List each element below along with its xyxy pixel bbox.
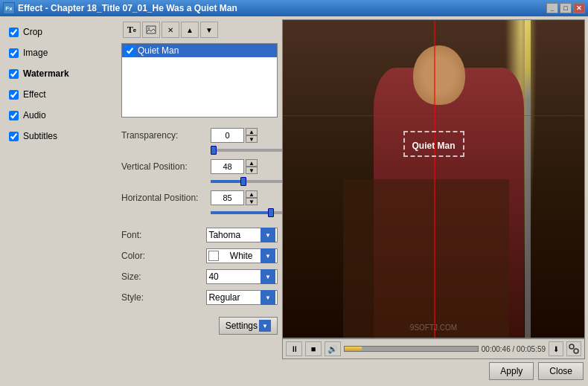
horizontal-thumb[interactable] [268, 208, 274, 217]
video-panel: Quiet Man 9SOFTJ.COM ⏸ ■ 🔊 00:00:46 / 0 [282, 19, 585, 383]
font-value: Tahoma [208, 230, 240, 240]
watermark-overlay: Quiet Man [403, 131, 464, 157]
style-value: Regular [208, 292, 240, 303]
horizontal-slider[interactable] [211, 211, 285, 214]
size-dropdown-arrow[interactable]: ▼ [261, 269, 275, 284]
size-value: 40 [208, 271, 218, 282]
fullscreen-button[interactable] [566, 341, 581, 356]
horizontal-position-field[interactable] [211, 190, 244, 205]
vertical-down[interactable]: ▼ [246, 167, 258, 174]
vertical-slider[interactable] [211, 180, 285, 183]
transparency-down[interactable]: ▼ [246, 135, 258, 143]
size-select[interactable]: 40 ▼ [206, 269, 278, 284]
app-icon: Fx [3, 2, 15, 14]
style-select[interactable]: Regular ▼ [206, 290, 278, 305]
play-pause-button[interactable]: ⏸ [286, 341, 302, 356]
volume-button[interactable]: 🔊 [325, 341, 341, 356]
horizontal-spinner: ▲ ▼ [246, 190, 258, 205]
crop-label: Crop [23, 27, 42, 37]
size-label: Size: [121, 271, 206, 282]
right-panel: Te ✕ ▲ ▼ Quiet Man [121, 19, 585, 383]
image-checkbox[interactable] [9, 48, 19, 58]
color-row: Color: White ▼ [121, 248, 278, 263]
transparency-label: Transparency: [121, 130, 211, 141]
vertical-slider-container [121, 180, 278, 183]
audio-checkbox[interactable] [9, 111, 19, 120]
subtitles-checkbox[interactable] [9, 132, 19, 141]
sidebar-item-effect[interactable]: Effect [3, 85, 118, 104]
text-item-checkbox[interactable] [125, 46, 135, 56]
watermark-toolbar: Te ✕ ▲ ▼ [121, 19, 278, 40]
vertical-position-label: Vertical Position: [121, 161, 211, 172]
maximize-button[interactable]: □ [560, 3, 572, 13]
horizontal-slider-container [121, 211, 278, 214]
transparency-field[interactable] [211, 128, 244, 143]
add-image-button[interactable] [142, 22, 160, 38]
transparency-up[interactable]: ▲ [246, 128, 258, 135]
sidebar-item-watermark[interactable]: Watermark [3, 64, 118, 83]
horizontal-position-label: Horizontal Position: [121, 193, 211, 203]
vertical-position-row: Vertical Position: ▲ ▼ [121, 159, 278, 174]
style-dropdown-arrow[interactable]: ▼ [261, 290, 275, 305]
color-dropdown-arrow[interactable]: ▼ [261, 248, 275, 263]
main-container: Crop Image Watermark Effect Audio Subtit… [0, 16, 588, 386]
chair [343, 179, 509, 338]
effect-checkbox[interactable] [9, 90, 19, 100]
audio-label: Audio [23, 110, 46, 120]
delete-button[interactable]: ✕ [162, 22, 179, 38]
red-horizontal-line [283, 115, 584, 116]
horizontal-up[interactable]: ▲ [246, 190, 258, 198]
crop-checkbox[interactable] [9, 28, 19, 37]
transparency-thumb[interactable] [211, 146, 217, 155]
settings-button[interactable]: Settings ▼ [219, 317, 278, 335]
content-area: Te ✕ ▲ ▼ Quiet Man [121, 19, 585, 383]
watermark-checkbox[interactable] [9, 69, 19, 79]
horizontal-position-input: ▲ ▼ [211, 190, 258, 205]
sidebar-item-subtitles[interactable]: Subtitles [3, 126, 118, 146]
settings-panel: Te ✕ ▲ ▼ Quiet Man [121, 19, 278, 383]
vertical-thumb[interactable] [240, 177, 246, 186]
move-down-button[interactable]: ▼ [200, 22, 218, 38]
vertical-position-input: ▲ ▼ [211, 159, 258, 174]
apply-button[interactable]: Apply [489, 362, 534, 380]
watermark-site-label: 9SOFTJ.COM [410, 324, 457, 332]
settings-btn-label: Settings [226, 321, 258, 331]
sidebar-item-crop[interactable]: Crop [3, 22, 118, 42]
red-vertical-line [434, 20, 435, 338]
sidebar: Crop Image Watermark Effect Audio Subtit… [3, 19, 118, 383]
color-select[interactable]: White ▼ [206, 248, 278, 263]
size-row: Size: 40 ▼ [121, 269, 278, 284]
sidebar-item-audio[interactable]: Audio [3, 106, 118, 125]
minimize-button[interactable]: _ [546, 3, 558, 13]
text-list-item[interactable]: Quiet Man [122, 44, 277, 57]
close-window-button[interactable]: ✕ [573, 3, 585, 13]
lamp-post [525, 20, 531, 338]
vertical-up[interactable]: ▲ [246, 159, 258, 167]
vertical-position-field[interactable] [211, 159, 244, 174]
font-row: Font: Tahoma ▼ [121, 228, 278, 242]
color-value: White [230, 251, 253, 261]
text-item-label: Quiet Man [138, 45, 179, 56]
time-display: 00:00:46 / 00:05:59 [482, 345, 546, 353]
person-head [413, 45, 465, 105]
close-button[interactable]: Close [538, 362, 584, 380]
bottom-action-bar: Apply Close [282, 359, 585, 383]
video-preview: Quiet Man 9SOFTJ.COM [282, 19, 585, 338]
settings-dropdown-arrow[interactable]: ▼ [259, 320, 271, 332]
transparency-row: Transparency: ▲ ▼ [121, 128, 278, 143]
stop-button[interactable]: ■ [305, 341, 322, 356]
font-dropdown-arrow[interactable]: ▼ [261, 228, 275, 242]
download-button[interactable]: ⬇ [549, 341, 563, 356]
subtitles-label: Subtitles [23, 131, 57, 141]
transparency-slider[interactable] [211, 149, 285, 152]
transparency-input: ▲ ▼ [211, 128, 258, 143]
progress-bar[interactable] [344, 346, 479, 352]
add-text-button[interactable]: Te [123, 22, 141, 38]
sidebar-item-image[interactable]: Image [3, 43, 118, 62]
move-up-button[interactable]: ▲ [181, 22, 199, 38]
watermark-label: Watermark [23, 68, 69, 79]
font-select[interactable]: Tahoma ▼ [206, 228, 278, 242]
video-scene: Quiet Man 9SOFTJ.COM [283, 20, 584, 338]
text-list: Quiet Man [121, 43, 278, 118]
horizontal-down[interactable]: ▼ [246, 198, 258, 205]
